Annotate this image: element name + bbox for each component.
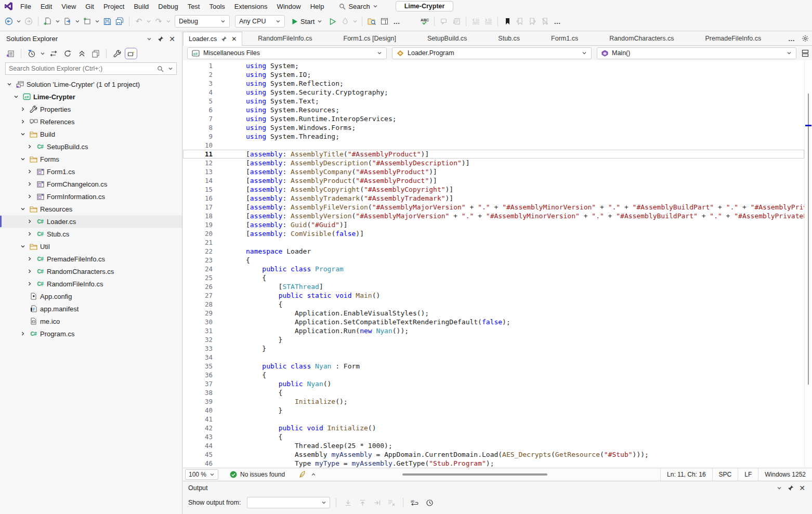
code-line-40[interactable]: }	[183, 406, 804, 415]
menu-file[interactable]: File	[16, 2, 36, 11]
tab-stub-cs[interactable]: Stub.cs	[482, 32, 535, 45]
code-line-14[interactable]: [assembly: AssemblyProduct("#AssemblyPro…	[183, 176, 804, 185]
chevron-collapsed-icon[interactable]	[25, 144, 34, 149]
code-line-15[interactable]: [assembly: AssemblyCopyright("#AssemblyC…	[183, 185, 804, 194]
code-line-36[interactable]: {	[183, 371, 804, 379]
close-icon[interactable]: ✕	[166, 34, 178, 44]
menu-build[interactable]: Build	[129, 2, 153, 11]
code-line-21[interactable]	[183, 238, 804, 247]
uncomment-button[interactable]	[451, 15, 462, 28]
code-line-23[interactable]: {	[183, 256, 804, 265]
tree-item-formchangelcon-cs[interactable]: FormChangelcon.cs	[0, 178, 182, 190]
code-cleanup-icon[interactable]	[298, 471, 306, 478]
code-line-27[interactable]: public static void Main()	[183, 291, 804, 300]
filter-dropdown[interactable]	[40, 47, 46, 60]
output-source-dropdown[interactable]	[247, 497, 330, 508]
menu-extensions[interactable]: Extensions	[230, 2, 272, 11]
chevron-expanded-icon[interactable]	[19, 206, 27, 212]
preview-selected-items-button[interactable]	[125, 48, 137, 59]
tab-form1-cs[interactable]: Form1.cs	[535, 32, 594, 45]
code-line-30[interactable]: Application.SetCompatibleTextRenderingDe…	[183, 318, 804, 326]
code-line-17[interactable]: [assembly: AssemblyFileVersion("#Assembl…	[183, 203, 804, 212]
properties-button[interactable]	[111, 48, 123, 59]
platform-combo[interactable]: Any CPU	[235, 15, 285, 28]
tree-item-app-config[interactable]: App.config	[0, 290, 182, 302]
code-line-19[interactable]: [assembly: Guid("#Guid")]	[183, 220, 804, 229]
code-line-12[interactable]: [assembly: AssemblyDescription("#Assembl…	[183, 159, 804, 167]
code-line-26[interactable]: [STAThread]	[183, 282, 804, 291]
vertical-scrollbar[interactable]	[804, 60, 812, 468]
new-project-dropdown[interactable]	[55, 15, 61, 28]
hot-reload-dropdown[interactable]	[352, 15, 358, 28]
menu-help[interactable]: Help	[306, 2, 329, 11]
line-ending-mode[interactable]: LF	[738, 468, 758, 481]
menu-debug[interactable]: Debug	[153, 2, 182, 11]
open-file-dropdown[interactable]	[74, 15, 81, 28]
code-line-8[interactable]: using System.Windows.Forms;	[183, 123, 804, 132]
add-item-dropdown[interactable]	[94, 15, 100, 28]
go-to-message-icon[interactable]	[342, 497, 353, 508]
indentation-mode[interactable]: SPC	[712, 468, 738, 481]
undo-button[interactable]: ↶	[133, 15, 145, 28]
open-file-button[interactable]	[62, 15, 73, 28]
code-line-44[interactable]: Thread.Sleep(25 * 1000);	[183, 441, 804, 450]
chevron-collapsed-icon[interactable]	[19, 331, 27, 336]
scrollbar-thumb[interactable]	[808, 94, 809, 385]
spell-check-button[interactable]: ABC	[419, 15, 430, 28]
pin-tab-icon[interactable]	[221, 36, 227, 42]
tree-item-properties[interactable]: Properties	[0, 103, 182, 115]
chevron-collapsed-icon[interactable]	[25, 231, 34, 236]
code-line-2[interactable]: using System.IO;	[183, 70, 804, 79]
chevron-collapsed-icon[interactable]	[19, 107, 27, 112]
menu-git[interactable]: Git	[81, 2, 99, 11]
code-line-42[interactable]: public void Initialize()	[183, 424, 804, 432]
pending-changes-filter-button[interactable]	[25, 48, 38, 59]
code-line-5[interactable]: using System.Text;	[183, 97, 804, 106]
pin-icon[interactable]	[785, 483, 796, 493]
health-indicator[interactable]: No issues found	[230, 471, 285, 478]
chevron-expanded-icon[interactable]	[19, 131, 27, 137]
tree-item-randomcharacters-cs[interactable]: C#RandomCharacters.cs	[0, 265, 182, 278]
chevron-collapsed-icon[interactable]	[25, 256, 34, 261]
undo-dropdown[interactable]	[146, 15, 152, 28]
solution-explorer-search[interactable]	[5, 62, 177, 75]
toggle-bookmark-button[interactable]	[502, 15, 513, 28]
tab-setupbuild-cs[interactable]: SetupBuild.cs	[412, 32, 482, 45]
tree-item-references[interactable]: References	[0, 115, 182, 128]
tree-item-randomfileinfo-cs[interactable]: C#RandomFileInfo.cs	[0, 278, 182, 290]
menu-view[interactable]: View	[57, 2, 81, 11]
code-line-37[interactable]: public Nyan()	[183, 379, 804, 388]
chevron-down-icon[interactable]	[143, 34, 155, 44]
code-line-38[interactable]: {	[183, 388, 804, 397]
menu-window[interactable]: Window	[272, 2, 305, 11]
code-line-34[interactable]	[183, 353, 804, 362]
tab-randomfileinfo-cs[interactable]: RandomFileInfo.cs	[242, 32, 328, 45]
code-line-11[interactable]: [assembly: AssemblyTitle("#AssemblyProdu…	[183, 150, 804, 159]
tree-item-form1-cs[interactable]: Form1.cs	[0, 165, 182, 178]
previous-message-icon[interactable]	[357, 497, 368, 508]
menu-test[interactable]: Test	[183, 2, 205, 11]
encoding-mode[interactable]: Windows 1252	[758, 468, 812, 481]
tree-item-lime-crypter[interactable]: c#Lime-Crypter	[0, 90, 182, 103]
find-in-files-button[interactable]	[366, 15, 377, 28]
code-content[interactable]: using System;using System.IO;using Syste…	[183, 61, 804, 468]
tree-item-util[interactable]: Util	[0, 240, 182, 253]
chevron-collapsed-icon[interactable]	[25, 169, 34, 174]
code-line-16[interactable]: [assembly: AssemblyTrademark("#AssemblyT…	[183, 194, 804, 203]
tree-item-me-ico[interactable]: me.ico	[0, 315, 182, 327]
close-tab-icon[interactable]: ✕	[231, 35, 237, 43]
timestamp-icon[interactable]	[424, 497, 435, 508]
code-line-20[interactable]: [assembly: ComVisible(false)]	[183, 229, 804, 238]
previous-bookmark-button[interactable]	[514, 15, 526, 28]
code-line-31[interactable]: Application.Run(new Nyan());	[183, 326, 804, 335]
code-line-3[interactable]: using System.Reflection;	[183, 79, 804, 88]
code-line-46[interactable]: Type myType = myAssembly.GetType("Stub.P…	[183, 459, 804, 468]
tab-overflow-button[interactable]: …	[788, 35, 795, 43]
comment-out-button[interactable]	[438, 15, 450, 28]
menu-project[interactable]: Project	[99, 2, 129, 11]
chevron-collapsed-icon[interactable]	[25, 194, 34, 199]
chevron-collapsed-icon[interactable]	[19, 119, 27, 124]
hot-reload-button[interactable]	[339, 15, 351, 28]
code-line-28[interactable]: {	[183, 300, 804, 309]
code-line-10[interactable]	[183, 141, 804, 150]
